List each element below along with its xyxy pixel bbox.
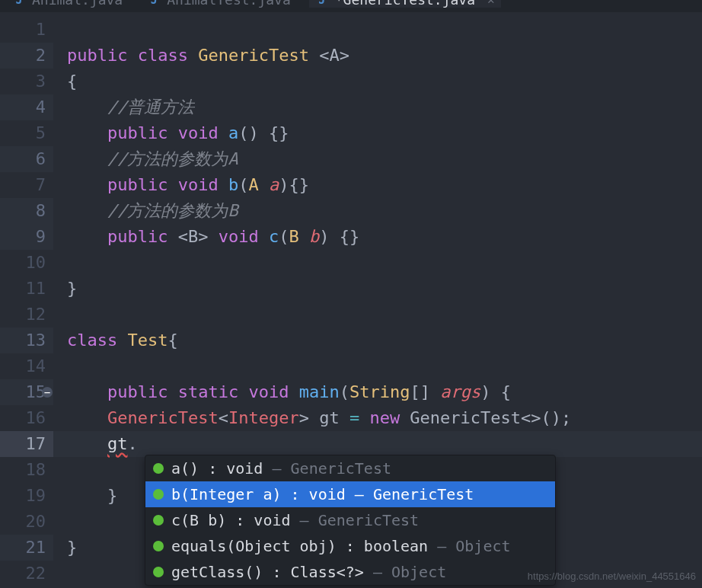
tab-label: *GenericTest.java [335, 0, 475, 8]
code-line: public void b(A a){} [53, 172, 702, 198]
java-icon: J [315, 0, 329, 7]
tab-animal[interactable]: J Animal.java [6, 0, 129, 8]
line-number: 3 [0, 69, 53, 94]
code-line: //方法的参数为A [53, 146, 702, 172]
autocomplete-item[interactable]: c(B b) : void – GenericTest [145, 507, 555, 533]
method-icon [153, 489, 164, 500]
method-icon [153, 515, 164, 526]
line-number: 18 [0, 457, 53, 483]
line-number: 14 [0, 353, 53, 379]
line-number: 1 [0, 17, 53, 43]
line-number: 8 [0, 198, 53, 224]
line-number: 5 [0, 120, 53, 146]
line-number: 12 [0, 302, 53, 328]
method-icon [153, 541, 164, 551]
autocomplete-popup: a() : void – GenericTest b(Integer a) : … [145, 455, 556, 586]
java-icon: J [147, 0, 161, 7]
code-line: //方法的参数为B [53, 198, 702, 224]
line-number: 2 [0, 43, 53, 69]
tab-animaltest[interactable]: J AnimalTest.java [141, 0, 297, 8]
line-number: 13 [0, 328, 53, 353]
line-number: 11 [0, 276, 53, 302]
code-line [53, 353, 702, 379]
java-icon: J [12, 0, 26, 7]
code-line [53, 17, 702, 43]
line-number: 10 [0, 250, 53, 276]
tab-label: AnimalTest.java [167, 0, 291, 8]
autocomplete-item-selected[interactable]: b(Integer a) : void – GenericTest [145, 481, 555, 507]
fold-icon[interactable]: − [42, 387, 53, 398]
gutter: 1 2 3 4 5 6 7 8 9 10 11 12 13 14 15 16 1… [0, 12, 53, 588]
line-number: 17 [0, 431, 53, 457]
line-number: 20 [0, 509, 53, 535]
method-icon [153, 463, 164, 474]
tab-label: Animal.java [32, 0, 123, 8]
line-number: 7 [0, 172, 53, 198]
code-line: public void a() {} [53, 120, 702, 146]
code-line [53, 250, 702, 276]
watermark: https://blog.csdn.net/weixin_44551646 [528, 570, 696, 582]
autocomplete-item[interactable]: getClass() : Class<?> – Object [145, 559, 555, 585]
code-line: } [53, 276, 702, 302]
code-line [53, 302, 702, 328]
code-line: public <B> void c(B b) {} [53, 224, 702, 250]
line-number: 9 [0, 224, 53, 250]
code-line: public class GenericTest <A> [53, 43, 702, 69]
code-line: GenericTest<Integer> gt = new GenericTes… [53, 405, 702, 431]
tab-bar: J Animal.java J AnimalTest.java J *Gener… [0, 0, 702, 12]
autocomplete-item[interactable]: equals(Object obj) : boolean – Object [145, 533, 555, 559]
autocomplete-item[interactable]: a() : void – GenericTest [145, 455, 555, 481]
code-line: − public static void main(String[] args)… [53, 379, 702, 405]
method-icon [153, 567, 164, 577]
line-number: 4 [0, 94, 53, 120]
line-number: 21 [0, 535, 53, 561]
line-number: 16 [0, 405, 53, 431]
code-line: //普通方法 [53, 94, 702, 120]
code-line-active: gt. [53, 431, 702, 457]
tab-generictest[interactable]: J *GenericTest.java ✕ [309, 0, 501, 8]
code-line: class Test{ [53, 328, 702, 353]
line-number: 22 [0, 561, 53, 586]
line-number: 6 [0, 146, 53, 172]
line-number: 19 [0, 483, 53, 509]
code-line: { [53, 69, 702, 94]
close-icon[interactable]: ✕ [487, 0, 495, 7]
